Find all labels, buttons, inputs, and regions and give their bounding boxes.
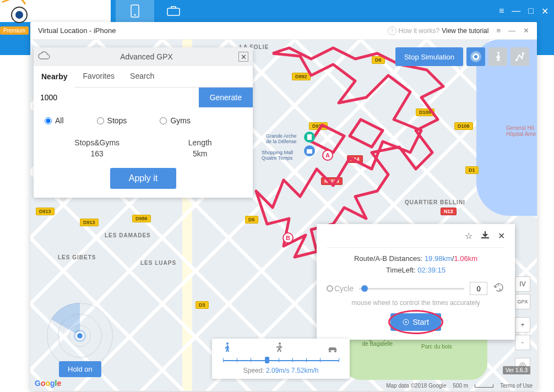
road-d913: D913 (36, 208, 55, 215)
svg-point-8 (515, 59, 518, 61)
pedestrian-icon (493, 51, 502, 62)
outer-close-button[interactable]: ✕ (541, 6, 548, 17)
map-attribution: Map data ©2018 Google (386, 383, 446, 389)
gpx-header: Advanced GPX ✕ (34, 47, 253, 66)
map-scale: 500 m (453, 383, 468, 389)
generate-button[interactable]: Generate (199, 88, 253, 107)
download-route-button[interactable] (480, 231, 490, 242)
run-speed-icon[interactable] (274, 342, 284, 356)
cycle-hint: mouse wheel to control the times accurat… (327, 299, 505, 307)
total-distance: 19.98km (425, 254, 452, 263)
tab-toolbox-icon[interactable] (154, 0, 193, 22)
gpx-close-button[interactable]: ✕ (238, 52, 248, 62)
iv-button[interactable]: IV (515, 276, 530, 292)
road-d3: D3 (195, 301, 209, 309)
vl-menu-button[interactable]: ≡ (496, 26, 501, 35)
virtual-location-window: Virtual Location - iPhone ? How it works… (30, 22, 537, 391)
download-icon (480, 231, 490, 239)
app-logo (6, 0, 33, 28)
outer-window-controls: ≡ — □ ✕ (499, 6, 548, 17)
svg-point-18 (334, 350, 336, 352)
version-badge: Ver 1.6.3 (503, 366, 530, 374)
vl-titlebar: Virtual Location - iPhone ? How it works… (30, 22, 537, 40)
vl-minimize-button[interactable]: — (508, 26, 515, 35)
premium-badge: Premium (0, 26, 29, 35)
filter-radios: All Stops Gyms (40, 114, 246, 133)
view-tutorial-link[interactable]: View the tutorial (442, 27, 488, 35)
speed-slider[interactable] (223, 357, 339, 363)
tab-search[interactable]: Search (122, 66, 162, 87)
road-d986: D986 (132, 215, 151, 222)
tab-favorites[interactable]: Favorites (75, 66, 122, 87)
ab-loop-icon: AB (493, 282, 505, 293)
route-info-text: Route/A-B Distances: 19.98km/1.06km Time… (327, 253, 505, 276)
help-icon[interactable]: ? (388, 26, 397, 35)
svg-text:B: B (499, 288, 501, 291)
cloud-icon[interactable] (38, 51, 50, 62)
map-footer: Map data ©2018 Google 500 m Terms of Use (386, 383, 533, 389)
svg-point-1 (134, 14, 136, 16)
svg-point-16 (279, 342, 281, 345)
zoom-out-button[interactable]: - (515, 335, 530, 350)
poi-arche-icon (303, 130, 316, 144)
vl-title: Virtual Location - iPhone (38, 26, 116, 35)
start-button[interactable]: Start (390, 313, 441, 331)
walk-speed-icon[interactable] (223, 342, 231, 356)
gpx-stats: Stops&Gyms 163 Length 5km (40, 133, 246, 168)
outer-titlebar: ≡ — □ ✕ (0, 0, 554, 22)
outer-minimize-button[interactable]: — (512, 6, 520, 17)
zoom-in-button[interactable]: + (515, 317, 530, 333)
walk-mode-button[interactable] (488, 47, 507, 66)
svg-point-15 (226, 342, 229, 345)
cycle-slider[interactable] (359, 288, 464, 290)
vl-close-button[interactable]: ✕ (523, 26, 529, 35)
terms-link[interactable]: Terms of Use (500, 383, 533, 389)
svg-point-7 (497, 52, 499, 54)
target-icon (472, 53, 479, 60)
map-label-gibets: LES GIBETS (58, 254, 96, 260)
road-d913-2: D913 (80, 219, 99, 226)
radio-stops[interactable]: Stops (97, 116, 127, 125)
route-info-popup: ☆ ✕ Route/A-B Distances: 19.98km/1.06km … (317, 224, 515, 340)
distance-input[interactable] (34, 88, 199, 107)
cycle-count-input[interactable] (470, 282, 487, 295)
svg-rect-2 (167, 8, 180, 15)
done-distance: 1.06km (454, 254, 477, 263)
reverse-route-button[interactable]: AB (493, 282, 505, 296)
close-popup-button[interactable]: ✕ (498, 231, 505, 242)
favorite-button[interactable]: ☆ (465, 231, 472, 242)
drive-speed-icon[interactable] (327, 344, 339, 356)
outer-menu-button[interactable]: ≡ (499, 6, 504, 17)
marker-b: B (283, 232, 294, 243)
stop-simulation-button[interactable]: Stop Simulation (395, 47, 463, 66)
google-logo: Google (35, 379, 61, 388)
gpx-tabs: Nearby Favorites Search (34, 66, 253, 88)
hold-on-button[interactable]: Hold on (59, 361, 101, 377)
radio-all[interactable]: All (45, 116, 64, 125)
outer-maximize-button[interactable]: □ (528, 6, 534, 17)
radio-gyms[interactable]: Gyms (160, 116, 191, 125)
advanced-gpx-panel: Advanced GPX ✕ Nearby Favorites Search G… (34, 47, 253, 198)
cycle-label: Cycle (327, 284, 354, 293)
park-label-bois: Parc du bois (421, 344, 452, 350)
center-location-button[interactable] (466, 47, 485, 66)
speed-widget: Speed: 2.09m/s 7.52km/h (212, 339, 350, 379)
svg-rect-4 (307, 149, 312, 154)
cycle-icon (327, 285, 333, 292)
gpx-button[interactable]: GPX (515, 294, 530, 309)
play-icon (403, 319, 409, 325)
map-side-toolbar: IV GPX + - (515, 276, 530, 373)
tab-devices-icon[interactable] (116, 0, 154, 22)
route-mode-button[interactable] (510, 47, 529, 66)
apply-button[interactable]: Apply it (110, 168, 176, 189)
tab-nearby[interactable]: Nearby (34, 67, 75, 88)
length-label: Length (188, 138, 212, 147)
app-frame: ≡ — □ ✕ Premium Virtual Location - iPhon… (0, 0, 554, 392)
poi-shopping-icon (303, 144, 316, 157)
svg-point-9 (522, 52, 524, 55)
marker-a: A (322, 150, 333, 161)
stops-gyms-label: Stops&Gyms (74, 138, 120, 147)
gpx-title: Advanced GPX (55, 52, 238, 61)
stops-gyms-value: 163 (74, 149, 120, 158)
map-area[interactable]: LA FOLIE LES DAMADES LES GIBETS LES LUAP… (30, 40, 537, 391)
